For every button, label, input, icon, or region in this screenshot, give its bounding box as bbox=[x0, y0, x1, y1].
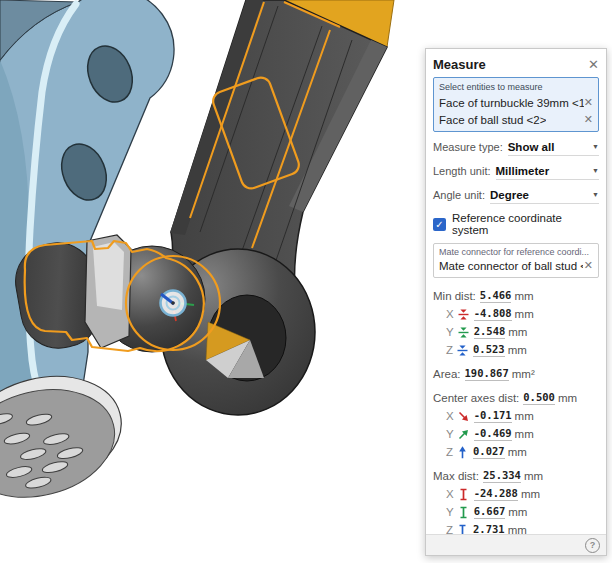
axis-letter: X bbox=[446, 308, 454, 320]
max-x-row: X -24.288 mm bbox=[433, 485, 599, 503]
selection-box[interactable]: Select entities to measure Face of turnb… bbox=[433, 77, 599, 132]
unit: mm bbox=[524, 470, 543, 482]
measure-type-row: Measure type: Show all ▼ bbox=[433, 138, 599, 156]
max-dist-row: Max dist: 25.334 mm bbox=[433, 467, 599, 485]
length-unit-value: Millimeter bbox=[496, 165, 550, 177]
min-dist-y-icon bbox=[457, 326, 470, 339]
mate-connector-value-row: Mate connector of ball stud <2> ✕ bbox=[439, 257, 593, 274]
axis-letter: X bbox=[446, 410, 454, 422]
min-dist-value[interactable]: 5.466 bbox=[480, 289, 512, 303]
measure-type-select[interactable]: Show all ▼ bbox=[508, 138, 599, 156]
app-window: Measure ✕ Select entities to measure Fac… bbox=[0, 0, 612, 563]
min-dist-z-row: Z 0.523 mm bbox=[433, 341, 599, 359]
ibeam-distance-icon bbox=[457, 488, 470, 501]
chevron-down-icon: ▼ bbox=[592, 167, 599, 174]
selected-entity-label: Face of turnbuckle 39mm <1> bbox=[439, 97, 584, 109]
area-label: Area: bbox=[433, 368, 461, 380]
min-dist-x-icon bbox=[457, 308, 470, 321]
center-x-value[interactable]: -0.171 bbox=[474, 409, 512, 423]
remove-entity-icon[interactable]: ✕ bbox=[584, 114, 593, 125]
unit: mm bbox=[515, 428, 534, 440]
unit: mm bbox=[508, 506, 527, 518]
close-icon[interactable]: ✕ bbox=[588, 58, 599, 71]
max-y-row: Y 6.667 mm bbox=[433, 503, 599, 521]
arrow-up-icon bbox=[453, 443, 471, 461]
measure-type-value: Show all bbox=[508, 141, 555, 153]
arrow-northeast-icon bbox=[457, 428, 470, 441]
reference-coordinate-label: Reference coordinate system bbox=[452, 212, 599, 236]
axis-letter: Y bbox=[446, 326, 454, 338]
mate-connector-box[interactable]: Mate connector for reference coordi... M… bbox=[433, 243, 599, 278]
min-dist-unit: mm bbox=[514, 290, 533, 302]
angle-unit-row: Angle unit: Degree ▼ bbox=[433, 186, 599, 204]
area-row: Area: 190.867 mm² bbox=[433, 365, 599, 383]
help-icon[interactable]: ? bbox=[585, 538, 600, 553]
area-unit: mm² bbox=[512, 368, 535, 380]
chevron-down-icon: ▼ bbox=[592, 191, 599, 198]
unit: mm bbox=[508, 326, 527, 338]
length-unit-row: Length unit: Millimeter ▼ bbox=[433, 162, 599, 180]
max-x-value[interactable]: -24.288 bbox=[474, 487, 518, 501]
center-axes-dist-label: Center axes dist: bbox=[433, 392, 519, 404]
mate-connector-label: Mate connector for reference coordi... bbox=[439, 247, 593, 257]
axis-letter: Y bbox=[446, 506, 454, 518]
center-y-value[interactable]: -0.469 bbox=[474, 427, 512, 441]
axis-letter: Z bbox=[446, 446, 453, 458]
min-dist-label: Min dist: bbox=[433, 290, 476, 302]
reference-coordinate-checkbox[interactable]: ✓ bbox=[433, 218, 446, 231]
unit: mm bbox=[508, 446, 527, 458]
selection-label: Select entities to measure bbox=[439, 82, 593, 92]
min-dist-z-icon bbox=[456, 344, 469, 357]
measurement-results: Min dist: 5.466 mm X -4.808 mm Y 2.548 m… bbox=[433, 287, 599, 539]
perforated-disc[interactable] bbox=[0, 360, 135, 512]
unit: mm bbox=[515, 308, 534, 320]
hex-nut-bright-facet bbox=[93, 242, 124, 310]
area-value[interactable]: 190.867 bbox=[465, 367, 509, 381]
angle-unit-select[interactable]: Degree ▼ bbox=[490, 186, 599, 204]
measure-type-label: Measure type: bbox=[433, 141, 503, 153]
measure-panel: Measure ✕ Select entities to measure Fac… bbox=[425, 48, 607, 556]
axis-letter: X bbox=[446, 488, 454, 500]
center-z-row: Z 0.027 mm bbox=[433, 443, 599, 461]
selected-entity-row[interactable]: Face of ball stud <2> ✕ bbox=[439, 111, 593, 128]
selected-entity-label: Face of ball stud <2> bbox=[439, 114, 546, 126]
center-axes-dist-row: Center axes dist: 0.500 mm bbox=[433, 389, 599, 407]
mate-connector-value: Mate connector of ball stud <2> bbox=[439, 260, 583, 272]
remove-mate-connector-icon[interactable]: ✕ bbox=[584, 260, 593, 271]
panel-footer: ? bbox=[426, 534, 606, 555]
chevron-down-icon: ▼ bbox=[592, 143, 599, 150]
angle-unit-label: Angle unit: bbox=[433, 189, 485, 201]
center-y-row: Y -0.469 mm bbox=[433, 425, 599, 443]
length-unit-select[interactable]: Millimeter ▼ bbox=[496, 162, 600, 180]
min-dist-x-row: X -4.808 mm bbox=[433, 305, 599, 323]
max-dist-value[interactable]: 25.334 bbox=[483, 469, 521, 483]
unit: mm bbox=[558, 392, 577, 404]
min-dist-x-value[interactable]: -4.808 bbox=[474, 307, 512, 321]
axis-letter: Z bbox=[446, 344, 453, 356]
center-axes-dist-value[interactable]: 0.500 bbox=[523, 391, 555, 405]
center-z-value[interactable]: 0.027 bbox=[473, 445, 505, 459]
min-dist-y-row: Y 2.548 mm bbox=[433, 323, 599, 341]
axis-letter: Y bbox=[446, 428, 454, 440]
selected-entity-row[interactable]: Face of turnbuckle 39mm <1> ✕ bbox=[439, 94, 593, 111]
min-dist-y-value[interactable]: 2.548 bbox=[474, 325, 506, 339]
remove-entity-icon[interactable]: ✕ bbox=[584, 97, 593, 108]
panel-header: Measure ✕ bbox=[433, 51, 599, 77]
unit: mm bbox=[515, 410, 534, 422]
reference-coordinate-row: ✓ Reference coordinate system bbox=[433, 212, 599, 236]
length-unit-label: Length unit: bbox=[433, 165, 491, 177]
min-dist-row: Min dist: 5.466 mm bbox=[433, 287, 599, 305]
panel-title: Measure bbox=[433, 57, 486, 72]
center-x-row: X -0.171 mm bbox=[433, 407, 599, 425]
max-y-value[interactable]: 6.667 bbox=[474, 505, 506, 519]
max-dist-label: Max dist: bbox=[433, 470, 479, 482]
unit: mm bbox=[508, 344, 527, 356]
angle-unit-value: Degree bbox=[490, 189, 529, 201]
clevis-bracket[interactable] bbox=[0, 0, 174, 440]
arrow-southeast-icon bbox=[457, 410, 470, 423]
ibeam-distance-icon bbox=[457, 506, 470, 519]
unit: mm bbox=[521, 488, 540, 500]
min-dist-z-value[interactable]: 0.523 bbox=[473, 343, 505, 357]
